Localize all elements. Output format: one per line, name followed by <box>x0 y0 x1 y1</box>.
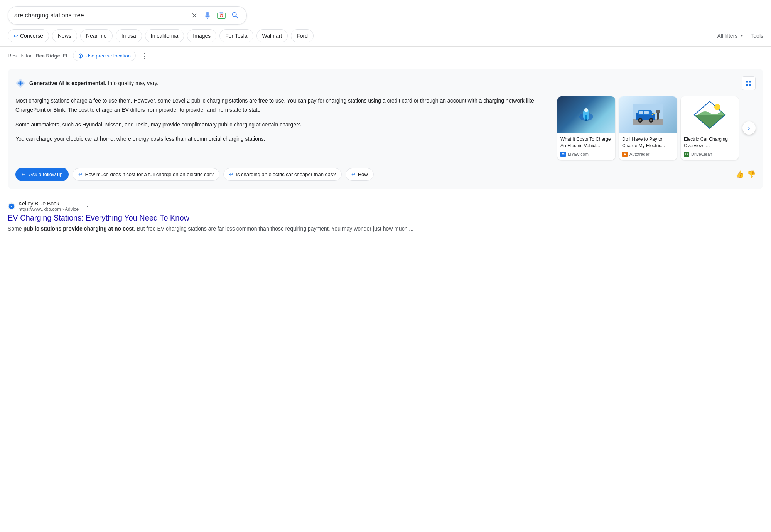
california-climate-logo <box>692 99 727 130</box>
ev-charger-image <box>575 103 598 126</box>
svg-point-6 <box>19 82 21 84</box>
clear-button[interactable] <box>190 11 199 20</box>
card-title-myev: What It Costs To Charge An Electric Vehi… <box>560 136 612 149</box>
ask-followup-button[interactable]: ↩ Ask a follow up <box>15 168 69 181</box>
chip-arrow-icon: ↩ <box>229 172 233 177</box>
chip-label: News <box>58 33 71 39</box>
chip-near-me[interactable]: Near me <box>80 29 113 42</box>
kbb-favicon-icon: K <box>8 203 15 209</box>
ai-header: Generative AI is experimental. Info qual… <box>15 76 756 90</box>
driveclean-favicon: D <box>684 152 689 157</box>
chip-label: Ford <box>297 33 308 39</box>
tools-button[interactable]: Tools <box>751 33 763 39</box>
svg-point-3 <box>220 14 223 17</box>
svg-rect-17 <box>644 111 649 114</box>
autotrader-favicon: A <box>622 152 628 157</box>
svg-point-19 <box>639 119 641 121</box>
search-area <box>0 0 771 29</box>
close-icon <box>191 12 198 19</box>
chip-converse[interactable]: ↩ Converse <box>8 29 49 42</box>
myev-favicon: M <box>560 152 566 157</box>
result-favicon: K <box>8 202 15 210</box>
chip-label: In usa <box>121 33 136 39</box>
image-search-button[interactable] <box>216 10 226 20</box>
chip-label: Images <box>193 33 211 39</box>
svg-rect-29 <box>694 130 725 130</box>
chip-images[interactable]: Images <box>187 29 216 42</box>
svg-point-11 <box>585 119 587 121</box>
result-title-link[interactable]: EV Charging Stations: Everything You Nee… <box>8 214 763 222</box>
camera-icon <box>217 11 226 20</box>
search-input[interactable] <box>14 12 186 19</box>
result-source: K Kelley Blue Book https://www.kbb.com ›… <box>8 200 763 212</box>
ai-card-autotrader[interactable]: Do I Have to Pay to Charge My Electric..… <box>619 96 677 160</box>
search-icon <box>231 11 240 20</box>
location-name: Bee Ridge, FL <box>35 53 69 59</box>
thumbs-down-button[interactable]: 👎 <box>747 170 756 178</box>
results-for-text: Results for <box>8 53 32 59</box>
location-icon <box>78 53 83 59</box>
result-source-info: Kelley Blue Book https://www.kbb.com › A… <box>19 200 79 212</box>
svg-point-9 <box>584 108 588 112</box>
followup-area: ↩ Ask a follow up ↩ How much does it cos… <box>15 168 756 181</box>
chip-arrow-icon: ↩ <box>78 172 83 177</box>
ai-grid-icon-button[interactable] <box>742 76 756 90</box>
ai-card-myev[interactable]: What It Costs To Charge An Electric Vehi… <box>557 96 615 160</box>
grid-view-icon <box>745 80 752 87</box>
chip-label: In california <box>151 33 179 39</box>
ai-paragraph-3: You can charge your electric car at home… <box>15 135 550 144</box>
carousel-next-button[interactable]: › <box>742 121 756 135</box>
chip-for-tesla[interactable]: For Tesla <box>219 29 253 42</box>
followup-arrow-icon: ↩ <box>22 172 26 177</box>
svg-point-28 <box>714 104 720 110</box>
blue-suv-image <box>633 104 663 125</box>
chip-walmart[interactable]: Walmart <box>256 29 288 42</box>
chip-ford[interactable]: Ford <box>291 29 314 42</box>
all-filters-button[interactable]: All filters <box>717 33 744 39</box>
location-bar: Results for Bee Ridge, FL Use precise lo… <box>0 47 771 65</box>
chip-in-california[interactable]: In california <box>145 29 184 42</box>
card-source-driveclean: D DriveClean <box>684 152 736 157</box>
filter-tools: All filters Tools <box>717 33 763 39</box>
followup-chip-3[interactable]: ↩ How <box>346 168 374 181</box>
result-url: https://www.kbb.com › Advice <box>19 207 79 212</box>
ai-card-driveclean[interactable]: Electric Car Charging Overview -... D Dr… <box>681 96 739 160</box>
followup-chip-2[interactable]: ↩ Is charging an electric car cheaper th… <box>223 168 341 181</box>
more-options-button[interactable]: ⋮ <box>141 52 148 60</box>
use-precise-location-button[interactable]: Use precise location <box>73 51 136 61</box>
microphone-icon <box>203 11 212 20</box>
svg-rect-23 <box>656 110 660 113</box>
svg-marker-27 <box>694 115 725 128</box>
search-button[interactable] <box>230 10 240 20</box>
result-snippet: Some public stations provide charging at… <box>8 224 763 233</box>
search-box <box>8 6 247 25</box>
result-source-name: Kelley Blue Book <box>19 200 79 207</box>
chips-area: ↩ Converse News Near me In usa In califo… <box>0 29 771 47</box>
svg-point-5 <box>224 13 224 14</box>
card-source-myev: M MYEV.com <box>560 152 612 157</box>
ai-header-text: Generative AI is experimental. Info qual… <box>29 80 159 86</box>
ai-content: Most charging stations charge a fee to u… <box>15 96 756 160</box>
chip-label: Walmart <box>262 33 282 39</box>
ai-paragraph-1: Most charging stations charge a fee to u… <box>15 96 550 115</box>
card-title-autotrader: Do I Have to Pay to Charge My Electric..… <box>622 136 674 149</box>
chevron-down-icon <box>739 33 744 39</box>
svg-point-21 <box>650 119 652 121</box>
ai-panel: Generative AI is experimental. Info qual… <box>8 69 763 189</box>
ai-bard-icon <box>15 78 25 88</box>
ai-paragraph-2: Some automakers, such as Hyundai, Nissan… <box>15 120 550 130</box>
svg-rect-10 <box>585 115 587 120</box>
result-options-button[interactable]: ⋮ <box>84 202 91 210</box>
card-title-driveclean: Electric Car Charging Overview -... <box>684 136 736 149</box>
ai-cards: What It Costs To Charge An Electric Vehi… <box>557 96 756 160</box>
chip-arrow-icon: ↩ <box>13 33 18 39</box>
chip-news[interactable]: News <box>52 29 77 42</box>
ai-text: Most charging stations charge a fee to u… <box>15 96 550 160</box>
results-area: K Kelley Blue Book https://www.kbb.com ›… <box>0 193 771 248</box>
voice-search-button[interactable] <box>202 10 213 20</box>
followup-chip-1[interactable]: ↩ How much does it cost for a full charg… <box>73 168 219 181</box>
thumbs-up-button[interactable]: 👍 <box>736 170 744 178</box>
result-item: K Kelley Blue Book https://www.kbb.com ›… <box>8 200 763 233</box>
card-source-autotrader: A Autotrader <box>622 152 674 157</box>
chip-in-usa[interactable]: In usa <box>116 29 142 42</box>
